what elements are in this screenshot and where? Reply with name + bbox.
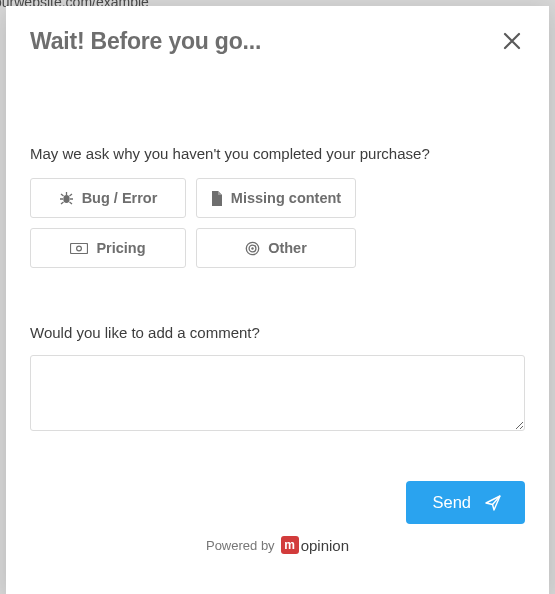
option-other[interactable]: Other [196,228,356,268]
option-bug-error[interactable]: Bug / Error [30,178,186,218]
option-label: Bug / Error [82,190,158,206]
send-button-label: Send [432,493,471,512]
powered-by-row: Powered by mopinion [30,536,525,554]
svg-point-5 [251,247,253,249]
reason-question-label: May we ask why you haven't you completed… [30,145,525,162]
reason-options: Bug / Error Missing content Pricing Othe… [30,178,525,268]
paper-plane-icon [485,495,501,511]
svg-rect-1 [71,243,88,253]
comment-textarea[interactable] [30,355,525,431]
option-label: Pricing [96,240,145,256]
bug-icon [59,191,74,205]
option-label: Missing content [231,190,341,206]
modal-footer-actions: Send [30,481,525,524]
brand-mopinion[interactable]: mopinion [281,536,349,554]
money-icon [70,243,88,254]
brand-rest: opinion [301,537,349,554]
option-missing-content[interactable]: Missing content [196,178,356,218]
comment-question: Would you like to add a comment? [30,324,525,435]
target-icon [245,241,260,256]
svg-point-0 [63,195,69,203]
powered-by-text: Powered by [206,538,275,553]
file-icon [211,191,223,206]
modal-title: Wait! Before you go... [30,28,261,55]
send-button[interactable]: Send [406,481,525,524]
comment-label: Would you like to add a comment? [30,324,525,341]
modal-header: Wait! Before you go... [30,28,525,55]
option-label: Other [268,240,307,256]
close-icon [503,32,521,50]
reason-question: May we ask why you haven't you completed… [30,145,525,268]
option-pricing[interactable]: Pricing [30,228,186,268]
brand-badge: m [281,536,299,554]
feedback-modal: Wait! Before you go... May we ask why yo… [6,6,549,594]
svg-point-2 [77,246,82,251]
close-button[interactable] [499,28,525,54]
